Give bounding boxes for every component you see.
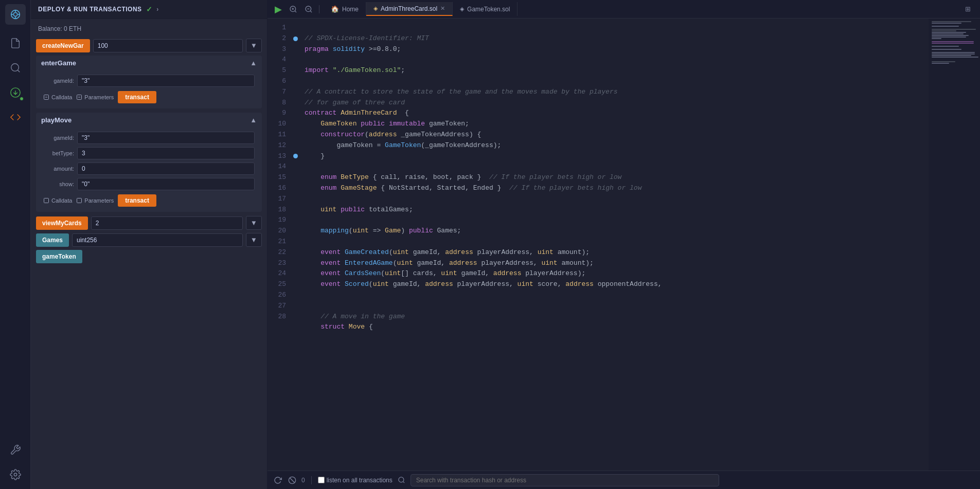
create-new-game-button[interactable]: createNewGar xyxy=(36,39,90,52)
view-my-cards-row: viewMyCards ▼ xyxy=(36,216,262,230)
games-button[interactable]: Games xyxy=(36,233,69,247)
gutter xyxy=(291,19,299,470)
enter-game-label: enterGame xyxy=(41,59,76,67)
toolbar-sep-1 xyxy=(319,5,319,13)
files-icon[interactable] xyxy=(5,33,26,53)
view-my-cards-dropdown[interactable]: ▼ xyxy=(246,216,262,230)
svg-line-18 xyxy=(295,11,296,12)
tab-gametoken[interactable]: ◈ GameToken.sol xyxy=(453,2,518,16)
deploy-body: Balance: 0 ETH createNewGar ▼ enterGame … xyxy=(31,19,267,489)
listen-checkbox-container: listen on all transactions xyxy=(318,477,393,484)
play-move-amount-input[interactable] xyxy=(77,162,255,175)
svg-line-25 xyxy=(290,478,294,482)
solidity-icon: ◈ xyxy=(373,5,378,12)
tab-home[interactable]: 🏠 Home xyxy=(324,2,366,16)
search-bottom-icon[interactable] xyxy=(397,476,406,484)
listen-label: listen on all transactions xyxy=(327,477,393,484)
play-move-chevron: ▲ xyxy=(250,116,257,124)
code-content[interactable]: // SPDX-License-Identifier: MIT pragma s… xyxy=(299,19,929,470)
git-icon[interactable] xyxy=(5,82,26,103)
play-move-show-label: show: xyxy=(43,181,74,187)
editor-tabs: 🏠 Home ◈ AdminThreeCard.sol ✕ ◈ GameToke… xyxy=(324,2,975,16)
play-move-parameters-btn[interactable]: Parameters xyxy=(76,197,114,204)
listen-checkbox[interactable] xyxy=(318,477,325,483)
games-input[interactable] xyxy=(72,233,243,247)
bottom-bar: 0 listen on all transactions xyxy=(268,470,980,489)
play-move-transact-btn[interactable]: transact xyxy=(118,194,156,207)
play-move-show-row: show: xyxy=(43,178,255,190)
create-new-game-input[interactable] xyxy=(93,39,243,52)
play-move-gameid-input[interactable] xyxy=(77,132,255,144)
gutter-dot-line12 xyxy=(293,154,298,158)
deploy-panel: DEPLOY & RUN TRANSACTIONS ✓ › Balance: 0… xyxy=(31,0,268,489)
create-new-game-dropdown[interactable]: ▼ xyxy=(246,39,262,52)
minimap xyxy=(929,19,980,470)
icon-bar xyxy=(0,0,31,489)
tab-adminthreecard[interactable]: ◈ AdminThreeCard.sol ✕ xyxy=(366,2,453,16)
solidity-icon2: ◈ xyxy=(460,6,464,12)
svg-point-10 xyxy=(14,473,17,476)
play-move-bettype-label: betType: xyxy=(43,150,74,156)
tab-expand-btn[interactable]: ⊞ xyxy=(965,5,975,13)
stop-btn[interactable] xyxy=(287,476,297,484)
games-dropdown[interactable]: ▼ xyxy=(246,233,262,247)
play-move-body: gameId: betType: amount: show: xyxy=(36,128,262,212)
search-input[interactable] xyxy=(416,477,714,484)
create-new-game-row: createNewGar ▼ xyxy=(36,39,262,52)
play-move-actions: Calldata Parameters transact xyxy=(43,194,255,207)
view-my-cards-button[interactable]: viewMyCards xyxy=(36,216,88,230)
game-token-button[interactable]: gameToken xyxy=(36,250,82,263)
run-button[interactable]: ▶ xyxy=(273,2,284,17)
enter-game-calldata-btn[interactable]: Calldata xyxy=(43,94,72,100)
enter-game-section: enterGame ▲ gameId: Calldata Parameters xyxy=(36,56,262,108)
tab-home-label: Home xyxy=(342,6,359,13)
bottom-sep xyxy=(311,476,312,484)
play-move-gameid-row: gameId: xyxy=(43,132,255,144)
play-move-label: playMove xyxy=(41,116,72,124)
play-move-bettype-input[interactable] xyxy=(77,147,255,159)
enter-game-actions: Calldata Parameters transact xyxy=(43,91,255,103)
svg-line-22 xyxy=(310,11,312,12)
enter-game-gameid-input[interactable] xyxy=(77,75,255,87)
svg-rect-16 xyxy=(77,198,82,203)
enter-game-parameters-btn[interactable]: Parameters xyxy=(76,94,114,100)
games-row: Games ▼ xyxy=(36,233,262,247)
play-move-show-input[interactable] xyxy=(77,178,255,190)
svg-line-7 xyxy=(17,70,20,72)
check-icon: ✓ xyxy=(146,5,153,13)
enter-game-body: gameId: Calldata Parameters transact xyxy=(36,70,262,108)
view-my-cards-input[interactable] xyxy=(91,216,243,230)
svg-point-26 xyxy=(399,477,404,482)
arrow-icon: › xyxy=(156,6,159,13)
play-move-calldata-btn[interactable]: Calldata xyxy=(43,197,72,204)
deploy-header: DEPLOY & RUN TRANSACTIONS ✓ › xyxy=(31,0,267,19)
svg-point-1 xyxy=(13,12,17,16)
clear-console-btn[interactable] xyxy=(273,476,283,484)
logo-icon[interactable] xyxy=(5,4,26,25)
search-icon[interactable] xyxy=(5,58,26,78)
zoom-in-button[interactable] xyxy=(287,3,299,15)
editor-area: ▶ 🏠 Home ◈ AdminThreeCard.sol ✕ ◈ GameTo… xyxy=(268,0,980,489)
settings-icon[interactable] xyxy=(5,464,26,485)
play-move-header[interactable]: playMove ▲ xyxy=(36,113,262,128)
tab-adminthreecard-label: AdminThreeCard.sol xyxy=(381,5,437,12)
gutter-dot-line2 xyxy=(293,37,298,41)
zoom-out-button[interactable] xyxy=(302,3,315,15)
tab-adminthreecard-close[interactable]: ✕ xyxy=(440,5,445,12)
tools-icon[interactable] xyxy=(5,440,26,460)
balance-display: Balance: 0 ETH xyxy=(36,24,262,33)
home-icon: 🏠 xyxy=(331,5,339,13)
enter-game-transact-btn[interactable]: transact xyxy=(118,91,156,103)
svg-point-6 xyxy=(11,64,19,71)
deploy-icon[interactable] xyxy=(5,107,26,128)
play-move-amount-row: amount: xyxy=(43,162,255,175)
play-move-section: playMove ▲ gameId: betType: amount: show… xyxy=(36,113,262,212)
svg-rect-15 xyxy=(44,198,49,203)
game-token-row: gameToken xyxy=(36,250,262,263)
play-move-gameid-label: gameId: xyxy=(43,135,74,141)
play-move-bettype-row: betType: xyxy=(43,147,255,159)
enter-game-header[interactable]: enterGame ▲ xyxy=(36,56,262,70)
deploy-title: DEPLOY & RUN TRANSACTIONS xyxy=(38,6,142,13)
enter-game-gameid-label: gameId: xyxy=(43,78,74,84)
search-bar xyxy=(411,474,719,486)
